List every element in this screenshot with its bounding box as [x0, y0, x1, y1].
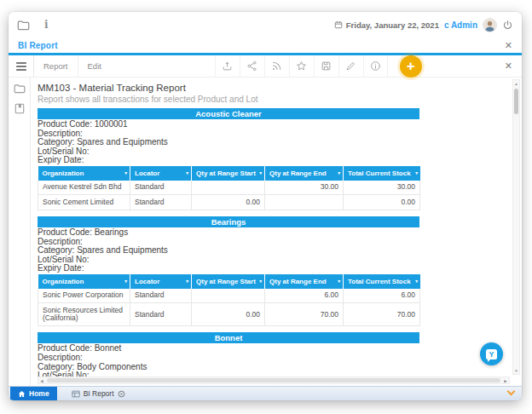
export-icon[interactable]: [215, 55, 240, 77]
sort-arrow-icon[interactable]: ▾: [187, 279, 189, 284]
expand-chevron-icon[interactable]: [507, 388, 516, 396]
column-header[interactable]: Organization▾: [38, 166, 130, 181]
app-window: i Friday, January 22, 2021 c Admin: [9, 12, 522, 400]
tab-close-icon[interactable]: [118, 390, 125, 398]
sidebar: [9, 78, 31, 386]
title-bar: i Friday, January 22, 2021 c Admin: [9, 12, 522, 37]
scroll-left-icon[interactable]: ◀: [38, 378, 44, 382]
data-table: Organization▾Locator▾Qty at Range Start▾…: [38, 274, 420, 327]
table-cell: [192, 181, 265, 195]
power-icon[interactable]: [502, 20, 513, 31]
detail-line: Category: Spares and Equipments: [38, 246, 508, 256]
table-row: Avenue Kestrel Sdn BhdStandard30.0030.00: [38, 181, 420, 195]
table-header-row: Organization▾Locator▾Qty at Range Start▾…: [38, 166, 420, 181]
table-cell: 0.00: [192, 195, 265, 210]
sort-arrow-icon[interactable]: ▾: [187, 170, 189, 175]
detail-line: Product Code: 1000001: [38, 120, 508, 129]
section-header: Acoustic Cleaner: [38, 108, 419, 119]
info-icon[interactable]: i: [44, 19, 49, 31]
table-cell: Standard: [130, 303, 192, 326]
add-button[interactable]: +: [400, 55, 422, 78]
column-header[interactable]: Qty at Range Start▾: [192, 274, 265, 289]
column-header[interactable]: Total Current Stock▾: [344, 166, 420, 181]
save-icon[interactable]: [314, 55, 338, 77]
taskbar-tab-home[interactable]: Home: [10, 387, 57, 400]
page-title: BI Report: [18, 41, 58, 50]
sort-arrow-icon[interactable]: ▾: [125, 170, 128, 175]
table-cell: Sonic Power Corporation: [38, 289, 130, 303]
column-header[interactable]: Qty at Range End▾: [265, 166, 344, 181]
table-header-row: Organization▾Locator▾Qty at Range Start▾…: [38, 274, 420, 289]
column-header[interactable]: Locator▾: [130, 166, 192, 181]
horizontal-scroll-thumb[interactable]: [47, 378, 500, 382]
detail-line: Category: Body Components: [38, 363, 508, 372]
table-cell: 0.00: [344, 195, 420, 210]
reports-folder-icon[interactable]: [14, 83, 26, 94]
vertical-scroll-thumb[interactable]: [514, 89, 518, 114]
data-table: Organization▾Locator▾Qty at Range Start▾…: [38, 166, 420, 210]
report-window-icon: [72, 390, 80, 398]
chat-button[interactable]: Y: [480, 342, 503, 365]
info-circle-icon[interactable]: [363, 55, 388, 77]
horizontal-scrollbar[interactable]: ◀ ▶: [38, 377, 510, 384]
report-body: Acoustic Cleaner Product Code: 1000001De…: [38, 108, 508, 381]
hamburger-menu-icon[interactable]: [9, 55, 34, 77]
avatar[interactable]: [483, 18, 497, 32]
chat-bubble-icon: Y: [486, 349, 497, 359]
detail-line: Lot/Serial No:: [38, 147, 508, 157]
table-cell: [192, 289, 265, 303]
edit-pencil-icon[interactable]: [338, 55, 363, 77]
share-icon[interactable]: [240, 55, 264, 77]
vertical-scrollbar[interactable]: ▲ ▼: [512, 79, 520, 375]
bookmark-icon[interactable]: [14, 103, 25, 114]
detail-line: Product Code: Bonnet: [38, 344, 508, 354]
taskbar: Home BI Report: [9, 386, 522, 400]
sort-arrow-icon[interactable]: ▾: [415, 279, 418, 284]
product-details: Product Code: BearingsDescription:Catego…: [38, 228, 508, 273]
scroll-up-icon[interactable]: ▲: [513, 81, 518, 85]
folder-icon[interactable]: [17, 20, 30, 31]
report-subtitle: Report shows all transactions for select…: [38, 95, 508, 104]
table-row: Sonic Resources Limited (California)Stan…: [38, 303, 420, 326]
column-header[interactable]: Qty at Range End▾: [265, 274, 344, 289]
sort-arrow-icon[interactable]: ▾: [415, 170, 418, 175]
table-cell: Sonic Cement Limited: [38, 195, 130, 210]
report-section: Acoustic Cleaner Product Code: 1000001De…: [38, 108, 508, 210]
column-header[interactable]: Total Current Stock▾: [344, 274, 420, 289]
detail-line: Expiry Date:: [38, 264, 508, 273]
detail-line: Category: Spares and Equipments: [38, 138, 508, 147]
column-header[interactable]: Qty at Range Start▾: [192, 166, 265, 181]
table-cell: 6.00: [344, 289, 420, 303]
section-header: Bonnet: [38, 332, 419, 343]
sort-arrow-icon[interactable]: ▾: [338, 279, 341, 284]
table-row: Sonic Power CorporationStandard6.006.00: [38, 289, 420, 303]
sort-arrow-icon[interactable]: ▾: [125, 279, 128, 284]
table-cell: Sonic Resources Limited (California): [38, 303, 130, 326]
user-menu[interactable]: c Admin: [444, 20, 477, 30]
sort-arrow-icon[interactable]: ▾: [260, 170, 263, 175]
feed-icon[interactable]: [264, 55, 289, 77]
column-header[interactable]: Locator▾: [130, 274, 192, 289]
table-cell: 6.00: [265, 289, 344, 303]
column-header[interactable]: Organization▾: [38, 274, 130, 289]
scroll-down-icon[interactable]: ▼: [513, 368, 518, 372]
taskbar-tab-bi-report[interactable]: BI Report: [64, 387, 133, 400]
table-cell: Standard: [130, 195, 192, 210]
nav-row: BI Report ✕: [9, 37, 522, 53]
table-cell: 70.00: [344, 303, 420, 326]
table-cell: Avenue Kestrel Sdn Bhd: [38, 181, 130, 195]
sort-arrow-icon[interactable]: ▾: [338, 170, 341, 175]
close-window-icon[interactable]: ✕: [505, 41, 512, 50]
section-header: Bearings: [38, 216, 419, 227]
menu-report[interactable]: Report: [34, 55, 78, 77]
scroll-right-icon[interactable]: ▶: [502, 378, 508, 382]
sort-arrow-icon[interactable]: ▾: [260, 279, 263, 284]
table-cell: Standard: [130, 181, 192, 195]
detail-line: Lot/Serial No:: [38, 256, 508, 265]
star-icon[interactable]: [289, 55, 314, 77]
menu-edit[interactable]: Edit: [78, 55, 111, 77]
toolbar: Report Edit: [9, 55, 522, 78]
table-cell: [265, 195, 344, 210]
close-report-icon[interactable]: ✕: [495, 55, 522, 77]
report-section: Bearings Product Code: BearingsDescripti…: [38, 216, 508, 326]
